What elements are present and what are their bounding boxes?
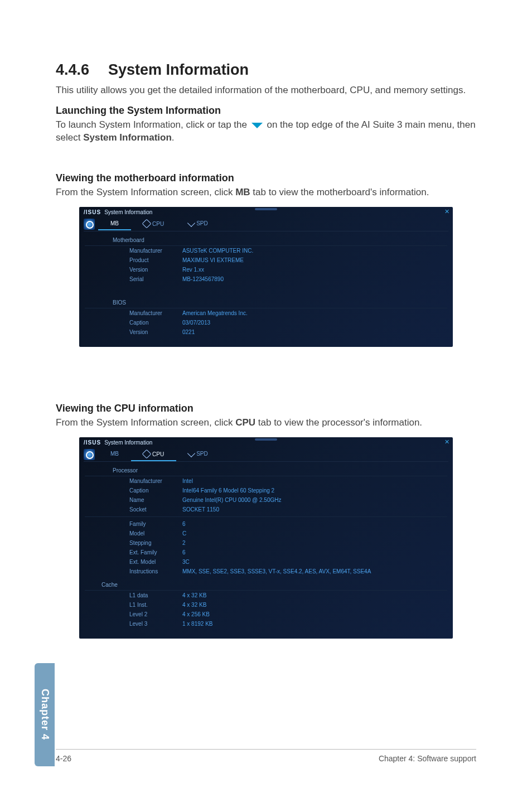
chapter-side-tab: Chapter 4: [35, 663, 55, 766]
info-row: L1 Inst.4 x 32 KB: [79, 600, 453, 610]
close-icon[interactable]: ✕: [444, 438, 449, 446]
row-value: 03/07/2013: [182, 320, 210, 326]
cpu-bold: CPU: [235, 417, 255, 428]
row-key: Ext. Family: [129, 549, 182, 555]
grip-icon[interactable]: [255, 208, 277, 210]
row-value: 1 x 8192 KB: [182, 621, 212, 627]
tab-cpu-label: CPU: [152, 221, 164, 227]
row-value: MMX, SSE, SSE2, SSE3, SSSE3, VT-x, SSE4.…: [182, 568, 371, 574]
launch-heading: Launching the System Information: [56, 105, 476, 117]
row-value: SOCKET 1150: [182, 506, 219, 513]
row-key: Socket: [129, 506, 182, 513]
row-key: Version: [129, 267, 182, 273]
section-title: System Information: [108, 61, 249, 78]
spd-icon: [187, 450, 195, 457]
footer-chapter: Chapter 4: Software support: [379, 754, 476, 763]
intro-text: This utility allows you get the detailed…: [56, 84, 476, 97]
row-value: 4 x 256 KB: [182, 611, 210, 617]
spd-icon: [187, 219, 195, 227]
tab-spd[interactable]: SPD: [176, 218, 220, 230]
info-row: VersionRev 1.xx: [79, 265, 453, 274]
info-row: ManufacturerAmerican Megatrends Inc.: [79, 308, 453, 318]
row-value: MB-1234567890: [182, 276, 224, 282]
row-key: L1 Inst.: [129, 602, 182, 608]
row-key: Stepping: [129, 540, 182, 546]
info-row: Level 24 x 256 KB: [79, 610, 453, 619]
row-value: C: [182, 530, 186, 537]
screenshot-mb: /ISUS System Information ✕ MB CPU SPD Mo…: [79, 207, 453, 347]
cpu-icon: [142, 449, 152, 458]
info-row: Level 31 x 8192 KB: [79, 619, 453, 629]
launch-pre: To launch System Information, click or t…: [56, 119, 250, 130]
row-value: Genuine Intel(R) CPU 0000 @ 2.50GHz: [182, 497, 281, 503]
page-number: 4-26: [56, 754, 71, 763]
row-key: Caption: [129, 487, 182, 494]
row-key: Product: [129, 257, 182, 263]
cpu-heading: Viewing the CPU information: [56, 403, 476, 414]
info-row: ManufacturerIntel: [79, 476, 453, 486]
info-row: Stepping2: [79, 538, 453, 548]
row-key: Level 3: [129, 621, 182, 627]
cpu-post: tab to view the processor's information.: [255, 417, 422, 428]
tab-mb[interactable]: MB: [98, 448, 131, 461]
mb-post: tab to view the motherboard's informatio…: [250, 187, 429, 197]
app-logo-icon: [84, 219, 95, 230]
info-row: SocketSOCKET 1150: [79, 505, 453, 514]
launch-period: .: [172, 132, 175, 143]
row-value: 0221: [182, 329, 195, 335]
brand-logo: /ISUS: [84, 439, 101, 446]
section-heading: 4.4.6System Information: [56, 61, 476, 79]
row-key: Level 2: [129, 611, 182, 617]
row-value: 4 x 32 KB: [182, 602, 206, 608]
row-value: American Megatrends Inc.: [182, 310, 248, 316]
brand-logo: /ISUS: [84, 209, 101, 215]
row-key: Instructions: [129, 568, 182, 574]
info-row: ManufacturerASUSTeK COMPUTER INC.: [79, 246, 453, 255]
chapter-side-label: Chapter 4: [39, 689, 51, 740]
tab-cpu[interactable]: CPU: [131, 218, 176, 231]
tab-spd-label: SPD: [196, 451, 208, 457]
tab-cpu-label: CPU: [152, 451, 164, 457]
row-value: 2: [182, 540, 186, 546]
row-key: Version: [129, 329, 182, 335]
launch-bold: System Information: [83, 132, 172, 143]
row-key: Manufacturer: [129, 248, 182, 254]
grip-icon[interactable]: [255, 438, 277, 441]
section-number: 4.4.6: [56, 61, 89, 79]
row-key: Model: [129, 530, 182, 537]
row-key: Serial: [129, 276, 182, 282]
row-value: Rev 1.xx: [182, 267, 204, 273]
tab-mb[interactable]: MB: [98, 218, 131, 230]
info-row: ModelC: [79, 529, 453, 538]
launch-text: To launch System Information, click or t…: [56, 119, 476, 144]
page-footer: 4-26 Chapter 4: Software support: [56, 749, 476, 763]
tab-cpu[interactable]: CPU: [131, 448, 176, 461]
row-key: Name: [129, 497, 182, 503]
row-key: L1 data: [129, 592, 182, 598]
row-value: 4 x 32 KB: [182, 592, 206, 598]
mb-pre: From the System Information screen, clic…: [56, 187, 235, 197]
section-processor: Processor: [85, 462, 447, 476]
tabs: MB CPU SPD: [84, 448, 448, 462]
row-key: Caption: [129, 320, 182, 326]
info-row: NameGenuine Intel(R) CPU 0000 @ 2.50GHz: [79, 495, 453, 505]
info-row: Family6: [79, 519, 453, 529]
tab-mb-label: MB: [110, 451, 119, 457]
tab-spd[interactable]: SPD: [176, 448, 220, 461]
info-row: SerialMB-1234567890: [79, 274, 453, 284]
section-bios: BIOS: [85, 294, 447, 308]
row-value: 6: [182, 549, 186, 555]
window-title: System Information: [104, 209, 152, 215]
titlebar: /ISUS System Information ✕: [79, 207, 453, 215]
info-row: InstructionsMMX, SSE, SSE2, SSE3, SSSE3,…: [79, 567, 453, 576]
screenshot-cpu: /ISUS System Information ✕ MB CPU SPD Pr…: [79, 437, 453, 639]
close-icon[interactable]: ✕: [444, 208, 449, 215]
titlebar: /ISUS System Information ✕: [79, 437, 453, 446]
info-row: Ext. Family6: [79, 548, 453, 557]
dropdown-arrow-icon: [252, 123, 263, 128]
row-key: Manufacturer: [129, 310, 182, 316]
mb-bold: MB: [235, 187, 250, 197]
info-row: Ext. Model3C: [79, 557, 453, 567]
info-row: Version0221: [79, 327, 453, 337]
section-cache: Cache: [85, 576, 447, 591]
